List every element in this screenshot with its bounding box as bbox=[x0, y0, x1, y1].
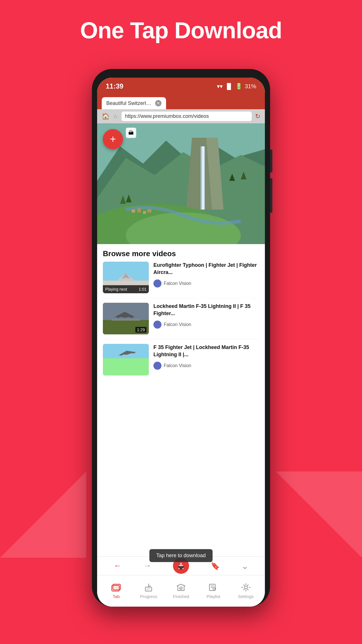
bg-triangle-left bbox=[0, 471, 86, 558]
playlist-nav-icon bbox=[209, 583, 218, 593]
channel-name-3: Falcon Vision bbox=[164, 363, 191, 368]
bottom-nav: Tab Progress bbox=[97, 575, 265, 607]
video-hero: + 🏔 bbox=[97, 123, 265, 244]
svg-point-38 bbox=[244, 586, 247, 589]
url-input[interactable] bbox=[122, 112, 252, 121]
browser-tabs: Beautiful Switzerla... ✕ bbox=[97, 95, 265, 109]
svg-rect-9 bbox=[132, 210, 135, 212]
tab-nav-label: Tab bbox=[113, 594, 120, 599]
status-icons: ▾▾ ▐▌ 🔋 31% bbox=[217, 83, 256, 90]
refresh-icon[interactable]: ↻ bbox=[255, 113, 260, 120]
tab-nav-icon bbox=[111, 583, 121, 593]
address-bar: 🏠 ☆ ↻ bbox=[97, 109, 265, 123]
video-info-3: F 35 Fighter Jet | Lockheed Martin F-35 … bbox=[153, 344, 259, 370]
video-info-2: Lockheed Martin F-35 Lightning II | F 35… bbox=[153, 303, 259, 329]
nav-item-settings[interactable]: Settings bbox=[230, 583, 262, 599]
battery-percent: 31% bbox=[245, 83, 256, 90]
video-duration-2: 1:29 bbox=[135, 327, 147, 333]
video-item[interactable]: Playing next 1:01 Eurofighter Typhoon | … bbox=[97, 262, 265, 298]
channel-avatar-1 bbox=[153, 279, 161, 288]
video-title-2: Lockheed Martin F-35 Lightning II | F 35… bbox=[153, 303, 259, 317]
status-time: 11:39 bbox=[106, 82, 123, 90]
status-bar: 11:39 ▾▾ ▐▌ 🔋 31% bbox=[97, 78, 265, 95]
nav-item-finished[interactable]: Finished bbox=[165, 583, 197, 599]
page-title: One Tap Download bbox=[0, 17, 362, 44]
phone-container: 11:39 ▾▾ ▐▌ 🔋 31% Beautiful Switzerla...… bbox=[92, 69, 270, 615]
svg-rect-29 bbox=[113, 584, 120, 590]
channel-name-2: Falcon Vision bbox=[164, 322, 191, 327]
svg-rect-23 bbox=[103, 344, 149, 358]
channel-row-3: Falcon Vision bbox=[153, 362, 259, 370]
fighter-jet-icon bbox=[114, 270, 137, 285]
svg-rect-22 bbox=[111, 319, 140, 321]
jet-svg-3 bbox=[103, 344, 149, 375]
home-icon[interactable]: 🏠 bbox=[102, 113, 109, 120]
playlist-nav-label: Playlist bbox=[207, 594, 220, 599]
channel-name-1: Falcon Vision bbox=[164, 281, 191, 286]
channel-avatar-3 bbox=[153, 362, 161, 370]
playing-next-label: Playing next bbox=[105, 287, 127, 292]
small-thumbnail-icon: 🏔 bbox=[126, 128, 136, 138]
svg-rect-6 bbox=[202, 146, 204, 210]
back-button[interactable]: ← bbox=[114, 561, 122, 570]
tooltip-arrow bbox=[178, 566, 184, 570]
thumb-bg-3 bbox=[103, 344, 149, 375]
wifi-icon: ▾▾ bbox=[217, 83, 223, 90]
video-divider-1 bbox=[103, 298, 259, 298]
video-thumbnail-3 bbox=[103, 344, 149, 375]
nav-item-playlist[interactable]: Playlist bbox=[197, 583, 230, 599]
settings-nav-icon bbox=[241, 583, 251, 593]
channel-row-2: Falcon Vision bbox=[153, 321, 259, 329]
nav-item-progress[interactable]: Progress bbox=[132, 583, 165, 599]
browse-section: Browse more videos Playing next 1:01 bbox=[97, 244, 265, 380]
finished-nav-label: Finished bbox=[173, 594, 189, 599]
channel-avatar-2 bbox=[153, 321, 161, 329]
bookmark-button[interactable]: 🔖 bbox=[211, 561, 220, 570]
download-tooltip: Tap here to download bbox=[149, 549, 213, 562]
tab-close-button[interactable]: ✕ bbox=[155, 100, 161, 106]
video-thumbnail-1: Playing next 1:01 bbox=[103, 262, 149, 293]
browse-section-title: Browse more videos bbox=[97, 244, 265, 262]
channel-row-1: Falcon Vision bbox=[153, 279, 259, 288]
star-icon[interactable]: ☆ bbox=[113, 113, 118, 120]
signal-icon: ▐▌ bbox=[225, 83, 233, 90]
svg-rect-12 bbox=[147, 209, 151, 212]
video-title-3: F 35 Fighter Jet | Lockheed Martin F-35 … bbox=[153, 344, 259, 358]
progress-nav-label: Progress bbox=[140, 594, 157, 599]
browser-tab-active[interactable]: Beautiful Switzerla... ✕ bbox=[102, 97, 166, 109]
svg-rect-24 bbox=[103, 358, 149, 375]
playlist-icon bbox=[209, 583, 218, 592]
video-item-2[interactable]: 1:29 Lockheed Martin F-35 Lightning II |… bbox=[97, 303, 265, 339]
nav-item-tab[interactable]: Tab bbox=[100, 583, 132, 599]
forward-button[interactable]: → bbox=[143, 561, 151, 570]
svg-rect-10 bbox=[137, 208, 141, 212]
more-button[interactable]: ⌄ bbox=[241, 561, 249, 571]
video-item-3[interactable]: F 35 Fighter Jet | Lockheed Martin F-35 … bbox=[97, 344, 265, 380]
svg-rect-11 bbox=[143, 211, 146, 214]
finished-nav-icon bbox=[176, 583, 186, 593]
settings-icon bbox=[241, 583, 251, 592]
video-divider-2 bbox=[103, 339, 259, 339]
progress-icon bbox=[144, 583, 153, 592]
video-info-1: Eurofighter Typhoon | Fighter Jet | Figh… bbox=[153, 262, 259, 288]
tab-icon bbox=[111, 583, 121, 592]
fab-plus-icon: + bbox=[110, 133, 116, 145]
video-duration-1: 1:01 bbox=[139, 287, 147, 292]
volume-button bbox=[270, 178, 272, 213]
finished-icon bbox=[176, 583, 186, 592]
progress-nav-icon bbox=[144, 583, 153, 593]
video-title-1: Eurofighter Typhoon | Fighter Jet | Figh… bbox=[153, 262, 259, 276]
bg-triangle-right bbox=[276, 471, 362, 558]
svg-rect-30 bbox=[145, 587, 152, 591]
fab-download-button[interactable]: + bbox=[103, 129, 123, 149]
settings-nav-label: Settings bbox=[238, 594, 253, 599]
phone-screen: 11:39 ▾▾ ▐▌ 🔋 31% Beautiful Switzerla...… bbox=[97, 78, 265, 607]
battery-icon: 🔋 bbox=[235, 83, 242, 90]
power-button bbox=[270, 150, 272, 172]
tab-title: Beautiful Switzerla... bbox=[106, 100, 152, 106]
playing-next-badge: Playing next 1:01 bbox=[103, 285, 149, 293]
video-thumbnail-2: 1:29 bbox=[103, 303, 149, 334]
